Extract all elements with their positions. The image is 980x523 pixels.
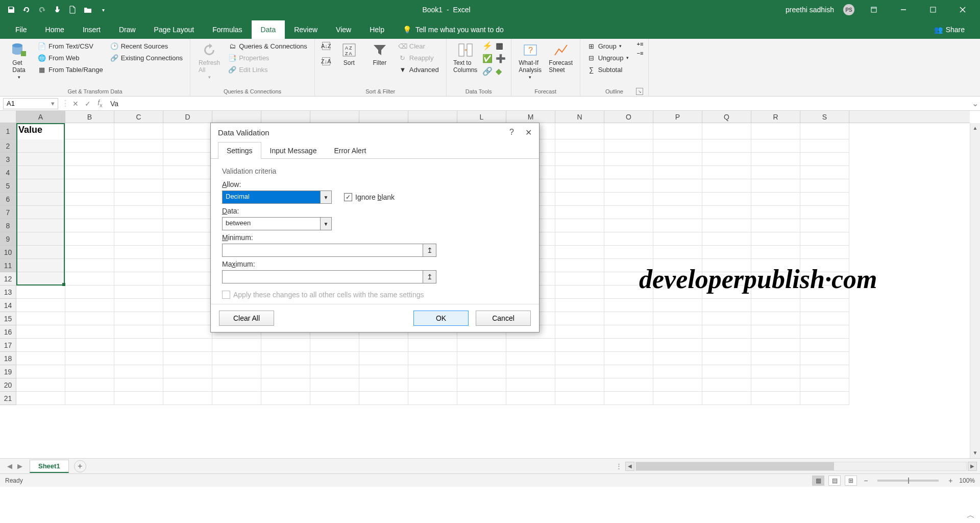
allow-dropdown[interactable]: Decimal ▼ [222, 191, 332, 204]
expand-formula-icon[interactable]: ⌄ [970, 99, 980, 108]
tab-draw[interactable]: Draw [110, 20, 145, 39]
row-header[interactable]: 16 [0, 325, 16, 339]
clear-filter[interactable]: ⌫Clear [397, 41, 441, 51]
column-header[interactable]: M [506, 111, 555, 123]
tab-file[interactable]: File [6, 20, 36, 39]
queries-connections[interactable]: 🗂Queries & Connections [226, 41, 309, 51]
column-header[interactable] [408, 111, 457, 123]
row-header[interactable]: 1 [0, 123, 16, 139]
row-header[interactable]: 7 [0, 206, 16, 219]
row-header[interactable]: 10 [0, 246, 16, 259]
chevron-down-icon[interactable]: ▼ [320, 191, 331, 203]
range-picker-icon[interactable]: ↥ [423, 244, 436, 256]
column-header[interactable]: Q [702, 111, 751, 123]
formula-input[interactable]: Va [106, 100, 970, 108]
sheet-tab-sheet1[interactable]: Sheet1 [30, 460, 69, 473]
new-sheet-button[interactable]: + [74, 460, 86, 472]
cancel-button[interactable]: Cancel [476, 311, 531, 326]
share-button[interactable]: 👥 Share [925, 20, 974, 39]
show-detail-icon[interactable]: +≡ [637, 41, 644, 47]
clear-all-button[interactable]: Clear All [219, 311, 274, 326]
dialog-launcher-icon[interactable]: ↘ [636, 88, 643, 95]
sort-button[interactable]: A ZZ A Sort [335, 41, 363, 67]
from-table-range[interactable]: ▦From Table/Range [36, 64, 105, 75]
tab-home[interactable]: Home [36, 20, 74, 39]
zoom-level[interactable]: 100% [959, 477, 975, 484]
sheet-prev-icon[interactable]: ◀ [5, 461, 14, 471]
row-header[interactable]: 11 [0, 259, 16, 272]
open-folder-icon[interactable] [82, 4, 94, 16]
column-header[interactable]: O [604, 111, 653, 123]
refresh-all-button[interactable]: Refresh All▾ [195, 41, 223, 81]
tab-insert[interactable]: Insert [74, 20, 110, 39]
sort-desc[interactable]: Z↓A [320, 56, 332, 66]
name-box[interactable]: A1▾ [3, 98, 58, 109]
sheet-next-icon[interactable]: ▶ [15, 461, 24, 471]
scroll-left-icon[interactable]: ◀ [625, 462, 634, 471]
column-header[interactable]: N [555, 111, 604, 123]
what-if-button[interactable]: ? What-If Analysis▾ [517, 41, 544, 81]
row-header[interactable]: 18 [0, 352, 16, 365]
column-header[interactable]: R [751, 111, 800, 123]
existing-connections[interactable]: 🔗Existing Connections [108, 53, 185, 63]
forecast-sheet-button[interactable]: Forecast Sheet [547, 41, 575, 75]
range-picker-icon[interactable]: ↥ [423, 271, 436, 283]
user-avatar[interactable]: PS [843, 4, 854, 15]
row-header[interactable]: 6 [0, 193, 16, 206]
tab-page-layout[interactable]: Page Layout [145, 20, 204, 39]
tell-me[interactable]: 💡 Tell me what you want to do [394, 20, 513, 39]
column-header[interactable]: C [114, 111, 163, 123]
column-header[interactable]: D [163, 111, 212, 123]
column-header[interactable] [310, 111, 359, 123]
flash-fill-icon[interactable]: ⚡ [482, 41, 493, 51]
reapply-filter[interactable]: ↻Reapply [397, 53, 441, 63]
zoom-out-icon[interactable]: − [861, 477, 870, 485]
row-header[interactable]: 19 [0, 365, 16, 378]
dialog-tab-error-alert[interactable]: Error Alert [325, 142, 375, 159]
scroll-down-icon[interactable]: ▼ [970, 448, 980, 458]
minimize-icon[interactable] [893, 2, 914, 17]
dialog-titlebar[interactable]: Data Validation ? ✕ [211, 123, 539, 141]
tab-help[interactable]: Help [360, 20, 394, 39]
row-header[interactable]: 2 [0, 139, 16, 153]
column-header[interactable]: L [457, 111, 506, 123]
advanced-filter[interactable]: ▼Advanced [397, 64, 441, 75]
row-header[interactable]: 14 [0, 299, 16, 312]
column-header[interactable] [212, 111, 261, 123]
dialog-tab-settings[interactable]: Settings [218, 142, 261, 159]
zoom-in-icon[interactable]: + [946, 477, 955, 485]
maximum-field[interactable] [223, 271, 423, 283]
row-header[interactable]: 15 [0, 312, 16, 325]
filter-button[interactable]: Filter [366, 41, 394, 67]
tab-data[interactable]: Data [252, 20, 285, 39]
from-text-csv[interactable]: 📄From Text/CSV [36, 41, 105, 51]
zoom-slider[interactable] [877, 480, 939, 482]
column-header[interactable]: B [65, 111, 114, 123]
relationships-icon[interactable]: 🔗 [482, 66, 493, 76]
column-header[interactable]: P [653, 111, 702, 123]
help-icon[interactable]: ? [509, 128, 514, 137]
redo-icon[interactable] [36, 4, 48, 16]
close-icon[interactable] [952, 2, 973, 17]
collapse-ribbon-icon[interactable]: ︿ [967, 510, 975, 521]
ungroup-button[interactable]: ⊟Ungroup ▾ [585, 53, 631, 63]
row-header[interactable]: 5 [0, 179, 16, 193]
text-to-columns-button[interactable]: Text to Columns [452, 41, 479, 75]
minimum-input[interactable]: ↥ [222, 244, 436, 257]
cancel-formula-icon[interactable]: ✕ [69, 100, 82, 108]
sort-asc[interactable]: A↓Z [320, 41, 332, 51]
ok-button[interactable]: OK [413, 311, 469, 326]
data-validation-icon[interactable]: ✅ [482, 54, 493, 63]
undo-icon[interactable] [20, 4, 33, 16]
row-header[interactable]: 17 [0, 339, 16, 352]
new-file-icon[interactable] [66, 4, 79, 16]
column-header[interactable]: S [800, 111, 849, 123]
row-header[interactable]: 20 [0, 378, 16, 392]
consolidate-icon[interactable]: ➕ [496, 54, 506, 63]
row-header[interactable]: 13 [0, 286, 16, 299]
properties[interactable]: 📑Properties [226, 53, 309, 63]
ignore-blank-checkbox[interactable]: ✓ Ignore blank [344, 193, 395, 201]
subtotal-button[interactable]: ∑Subtotal [585, 64, 631, 75]
maximum-input[interactable]: ↥ [222, 270, 436, 283]
hide-detail-icon[interactable]: −≡ [637, 50, 644, 56]
